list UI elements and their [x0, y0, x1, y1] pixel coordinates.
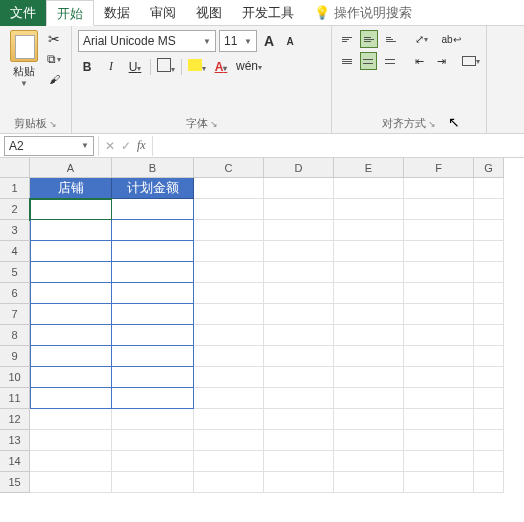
cell[interactable]: [194, 178, 264, 199]
cell[interactable]: [264, 220, 334, 241]
cell[interactable]: [264, 178, 334, 199]
cell[interactable]: [474, 262, 504, 283]
cell[interactable]: [264, 262, 334, 283]
cell[interactable]: [30, 409, 112, 430]
cell[interactable]: [30, 220, 112, 241]
cell[interactable]: [112, 325, 194, 346]
cell[interactable]: [194, 388, 264, 409]
phonetic-button[interactable]: wén▾: [236, 59, 254, 74]
cell[interactable]: [474, 367, 504, 388]
cell[interactable]: [30, 367, 112, 388]
cell[interactable]: [334, 451, 404, 472]
cell[interactable]: [404, 283, 474, 304]
cell[interactable]: [404, 325, 474, 346]
cell[interactable]: [112, 199, 194, 220]
cell[interactable]: [404, 304, 474, 325]
cell[interactable]: [404, 430, 474, 451]
cell[interactable]: 店铺: [30, 178, 112, 199]
row-header[interactable]: 3: [0, 220, 30, 241]
cell[interactable]: [264, 304, 334, 325]
row-header[interactable]: 13: [0, 430, 30, 451]
cell[interactable]: [112, 241, 194, 262]
cell[interactable]: [334, 388, 404, 409]
cell[interactable]: [194, 199, 264, 220]
cell[interactable]: [404, 199, 474, 220]
cell[interactable]: [334, 430, 404, 451]
cell[interactable]: [194, 304, 264, 325]
cell[interactable]: [264, 367, 334, 388]
row-header[interactable]: 6: [0, 283, 30, 304]
tab-home[interactable]: 开始: [46, 0, 94, 26]
cell[interactable]: [194, 325, 264, 346]
cell[interactable]: [404, 262, 474, 283]
border-button[interactable]: ▾: [157, 58, 175, 75]
cell[interactable]: [404, 472, 474, 493]
cell[interactable]: [194, 220, 264, 241]
bold-button[interactable]: B: [78, 60, 96, 74]
cell[interactable]: [334, 199, 404, 220]
align-left-button[interactable]: [338, 52, 356, 70]
cell[interactable]: [404, 220, 474, 241]
increase-indent-button[interactable]: ⇥: [432, 52, 450, 70]
cell[interactable]: [112, 430, 194, 451]
cell[interactable]: [404, 178, 474, 199]
align-middle-button[interactable]: [360, 30, 378, 48]
cell[interactable]: [30, 346, 112, 367]
row-header[interactable]: 7: [0, 304, 30, 325]
col-header[interactable]: C: [194, 158, 264, 178]
cell[interactable]: [474, 409, 504, 430]
clipboard-expand-icon[interactable]: ↘: [49, 119, 57, 129]
tab-review[interactable]: 审阅: [140, 0, 186, 26]
cell[interactable]: [30, 388, 112, 409]
cell[interactable]: [264, 451, 334, 472]
cell[interactable]: [334, 346, 404, 367]
cell[interactable]: [112, 451, 194, 472]
cell[interactable]: [474, 283, 504, 304]
cell[interactable]: [264, 409, 334, 430]
cell[interactable]: [194, 283, 264, 304]
copy-button[interactable]: ▾: [44, 50, 64, 68]
cell[interactable]: [404, 241, 474, 262]
cell[interactable]: [30, 304, 112, 325]
cell[interactable]: [30, 472, 112, 493]
cell[interactable]: [30, 241, 112, 262]
cell[interactable]: [334, 178, 404, 199]
row-header[interactable]: 12: [0, 409, 30, 430]
cell[interactable]: [194, 346, 264, 367]
cell[interactable]: [334, 241, 404, 262]
cancel-button[interactable]: ✕: [105, 139, 115, 153]
decrease-font-button[interactable]: A: [281, 36, 299, 47]
cell[interactable]: [112, 409, 194, 430]
align-expand-icon[interactable]: ↘: [428, 119, 436, 129]
col-header[interactable]: F: [404, 158, 474, 178]
decrease-indent-button[interactable]: ⇤: [411, 52, 429, 70]
orientation-button[interactable]: ⤢▾: [412, 30, 430, 48]
cell[interactable]: [474, 388, 504, 409]
select-all-corner[interactable]: [0, 158, 30, 178]
cell[interactable]: [474, 472, 504, 493]
align-center-button[interactable]: [360, 52, 378, 70]
merge-button[interactable]: ▾: [462, 52, 480, 70]
cell[interactable]: [334, 262, 404, 283]
cell[interactable]: [474, 304, 504, 325]
cell[interactable]: [112, 262, 194, 283]
enter-button[interactable]: ✓: [121, 139, 131, 153]
col-header[interactable]: E: [334, 158, 404, 178]
row-header[interactable]: 10: [0, 367, 30, 388]
cell[interactable]: [334, 220, 404, 241]
row-header[interactable]: 1: [0, 178, 30, 199]
cell[interactable]: [404, 346, 474, 367]
cell[interactable]: [264, 241, 334, 262]
font-color-button[interactable]: A▾: [212, 60, 230, 74]
cell[interactable]: [194, 472, 264, 493]
fill-color-button[interactable]: ▾: [188, 59, 206, 74]
paste-button[interactable]: 粘贴 ▼: [6, 30, 42, 88]
cell[interactable]: [30, 283, 112, 304]
cell[interactable]: [404, 388, 474, 409]
cell[interactable]: [474, 199, 504, 220]
cell[interactable]: [474, 220, 504, 241]
cell[interactable]: [474, 325, 504, 346]
cell[interactable]: [474, 430, 504, 451]
col-header[interactable]: B: [112, 158, 194, 178]
tab-tell-me[interactable]: 💡 操作说明搜索: [304, 0, 422, 26]
